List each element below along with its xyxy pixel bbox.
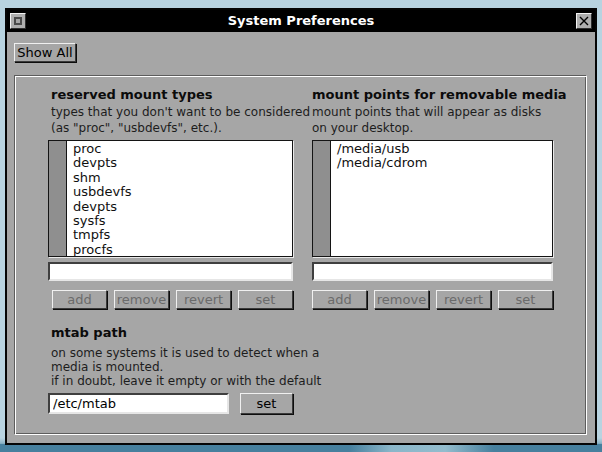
desc-line: on your desktop. xyxy=(312,120,541,136)
reserved-actions: addremoverevertset xyxy=(52,290,293,309)
reserved-mount-types-list[interactable]: procdevptsshmusbdevfsdevptssysfstmpfspro… xyxy=(48,140,293,257)
desc-line: on some systems it is used to detect whe… xyxy=(51,346,321,360)
action-button[interactable]: set xyxy=(498,290,553,309)
desktop: { "window": { "title": "System Preferenc… xyxy=(0,0,602,452)
list-item[interactable]: procfs xyxy=(67,243,292,256)
list-item[interactable]: tmpfs xyxy=(67,228,292,242)
list-item[interactable]: proc xyxy=(67,142,292,156)
mount-points-heading: mount points for removable media xyxy=(312,87,567,102)
scrollbar-trough[interactable] xyxy=(313,141,331,256)
reserved-mount-types-desc: types that you don't want to be consider… xyxy=(51,104,310,136)
list-item[interactable]: shm xyxy=(67,171,292,185)
titlebar[interactable]: System Preferences xyxy=(7,10,595,32)
desc-line: media is mounted. xyxy=(51,360,321,374)
reserved-mount-types-heading: reserved mount types xyxy=(51,87,213,102)
reserved-mount-type-input[interactable] xyxy=(48,262,293,281)
scrollbar-trough[interactable] xyxy=(49,141,67,256)
desc-line: types that you don't want to be consider… xyxy=(51,104,310,120)
action-button[interactable]: revert xyxy=(176,290,231,309)
list-item[interactable]: devpts xyxy=(67,200,292,214)
action-button[interactable]: add xyxy=(52,290,107,309)
action-button[interactable]: set xyxy=(238,290,293,309)
window-menu-icon xyxy=(14,17,22,25)
desc-line: mount points that will appear as disks xyxy=(312,104,541,120)
show-all-button[interactable]: Show All xyxy=(14,43,76,62)
system-preferences-window: System Preferences Show All reserved mou… xyxy=(5,8,597,445)
preferences-groupbox: reserved mount types types that you don'… xyxy=(14,75,587,435)
list-item[interactable]: /media/usb xyxy=(331,142,552,156)
list-item[interactable]: sysfs xyxy=(67,214,292,228)
close-icon xyxy=(579,16,589,26)
close-button[interactable] xyxy=(576,13,592,29)
list-item[interactable]: devpts xyxy=(67,156,292,170)
action-button[interactable]: remove xyxy=(114,290,169,309)
action-button[interactable]: remove xyxy=(374,290,429,309)
action-button[interactable]: add xyxy=(312,290,367,309)
list-item[interactable]: /media/cdrom xyxy=(331,156,552,170)
action-button[interactable]: revert xyxy=(436,290,491,309)
desktop-bottom-band xyxy=(0,444,602,452)
mtab-path-input[interactable] xyxy=(48,393,229,414)
mtab-path-desc: on some systems it is used to detect whe… xyxy=(51,346,321,388)
mount-point-input[interactable] xyxy=(312,262,553,281)
desc-line: if in doubt, leave it empty or with the … xyxy=(51,374,321,388)
window-title: System Preferences xyxy=(26,10,576,32)
mount-points-actions: addremoverevertset xyxy=(312,290,553,309)
mount-points-list[interactable]: /media/usb/media/cdrom xyxy=(312,140,553,257)
list-item[interactable]: usbdevfs xyxy=(67,185,292,199)
desc-line: (as "proc", "usbdevfs", etc.). xyxy=(51,120,310,136)
window-menu-button[interactable] xyxy=(10,13,26,29)
mount-points-desc: mount points that will appear as diskson… xyxy=(312,104,541,136)
mtab-path-heading: mtab path xyxy=(51,325,127,340)
mtab-set-button[interactable]: set xyxy=(240,393,293,414)
